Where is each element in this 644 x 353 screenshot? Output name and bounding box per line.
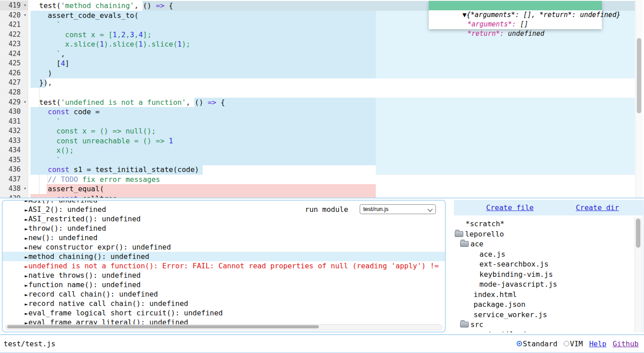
file-tree[interactable]: *scratch*leporelloaceace.jsext-searchbox… (454, 215, 644, 332)
file-tree-file[interactable]: package.json (474, 300, 526, 310)
expand-triangle-icon[interactable]: ► (25, 235, 28, 241)
file-tree-file[interactable]: ext-searchbox.js (479, 259, 548, 269)
code-line[interactable]: ` (30, 20, 61, 30)
fold-arrow-icon[interactable]: ▾ (23, 2, 26, 8)
code-line[interactable]: x(); (30, 146, 74, 155)
expand-triangle-icon[interactable]: ► (25, 273, 28, 279)
test-result-row[interactable]: ►function name(): undefined (3, 280, 445, 289)
gutter-line-number[interactable]: 427 (0, 78, 28, 87)
test-results-list[interactable]: ►ASI(): undefined►ASI_2(): undefined►ASI… (3, 201, 445, 325)
github-link[interactable]: Github (613, 340, 639, 348)
gutter-line-number[interactable]: 421 (0, 20, 28, 30)
code-line[interactable]: assert_code_evals_to( (30, 11, 139, 21)
gutter-line-number[interactable]: 422 (0, 30, 28, 39)
code-line[interactable]: const unreachable = () => 1 (30, 136, 173, 146)
code-line[interactable]: test('method chaining', () => { (30, 1, 173, 11)
code-line[interactable]: const x = () => null(); (30, 126, 156, 136)
code-line[interactable]: `, (30, 49, 65, 59)
output-scrollbar-thumb[interactable] (7, 325, 319, 328)
expand-triangle-icon[interactable]: ► (25, 201, 28, 204)
tooltip-header[interactable]: ▼{*arguments*: [], *return*: undefined} (429, 1, 602, 10)
test-result-row[interactable]: ►throw(): undefined (3, 224, 445, 233)
gutter-line-number[interactable]: 425 (0, 59, 28, 68)
fold-arrow-icon[interactable]: ▾ (23, 185, 26, 191)
expand-triangle-icon[interactable]: ► (25, 282, 28, 288)
expand-triangle-icon[interactable]: ► (25, 216, 28, 223)
code-line[interactable]: [4] (30, 59, 70, 69)
test-result-row[interactable]: ►eval_frame logical short circuit(): und… (3, 308, 445, 318)
gutter-line-number[interactable]: 433 (0, 136, 28, 146)
code-editor[interactable]: 419▾420▾421422423424425426427428429▾4304… (0, 0, 644, 198)
test-result-row[interactable]: ►new(): undefined (3, 233, 445, 242)
gutter-line-number[interactable]: 428 (0, 88, 28, 97)
run-module-select[interactable]: test/run.js (360, 204, 436, 214)
gutter-line-number[interactable]: 423 (0, 39, 28, 49)
expand-triangle-icon[interactable]: ► (25, 254, 28, 260)
fold-arrow-icon[interactable]: ▾ (23, 99, 26, 105)
code-line[interactable]: ` (30, 155, 61, 165)
expand-triangle-icon[interactable]: ► (25, 263, 28, 270)
collapse-triangle-icon[interactable]: ▼ (462, 11, 466, 19)
expand-triangle-icon[interactable]: ► (25, 292, 28, 298)
help-link[interactable]: Help (589, 340, 607, 348)
code-line[interactable]: ) (30, 69, 52, 78)
test-result-row[interactable]: ►ASI_restrited(): undefined (3, 214, 445, 224)
file-tree-file[interactable]: ast_utils.js (479, 330, 531, 332)
gutter-line-number[interactable]: 426 (0, 69, 28, 78)
create-dir-link[interactable]: Create dir (576, 203, 619, 212)
expand-triangle-icon[interactable]: ► (25, 226, 28, 232)
gutter-line-number[interactable]: 431 (0, 117, 28, 126)
file-tree-file[interactable]: *scratch* (466, 219, 505, 229)
expand-triangle-icon[interactable]: ► (25, 207, 28, 213)
file-tree-folder[interactable]: leporello (455, 229, 504, 239)
test-result-row[interactable]: ►method chaining(): undefined (3, 252, 445, 261)
radio-unselected-icon[interactable] (564, 341, 569, 346)
expand-triangle-icon[interactable]: ► (25, 245, 28, 251)
gutter-line-number[interactable]: 429▾ (0, 98, 28, 107)
test-result-row[interactable]: ►record native call chain(): undefined (3, 299, 445, 308)
code-line[interactable]: // TODO fix error messages (30, 175, 160, 185)
gutter-line-number[interactable]: 435 (0, 155, 28, 165)
test-result-row[interactable]: ►new constructor expr(): undefined (3, 242, 445, 252)
gutter-line-number[interactable]: 439 (0, 194, 28, 198)
keybinding-vim-option[interactable]: VIM (564, 340, 583, 348)
file-tree-scrollbar-thumb[interactable] (636, 219, 640, 248)
keybinding-standard-option[interactable]: Standard (517, 340, 557, 348)
file-tree-file[interactable]: mode-javascript.js (479, 280, 557, 289)
code-line[interactable]: ` (30, 117, 61, 127)
editor-vertical-scrollbar[interactable] (635, 0, 643, 198)
test-result-row[interactable]: ►native throws(): undefined (3, 271, 445, 280)
editor-scrollbar-thumb[interactable] (637, 38, 641, 113)
test-result-row[interactable]: ►record call chain(): undefined (3, 289, 445, 299)
file-tree-file[interactable]: ace.js (479, 250, 505, 259)
gutter-line-number[interactable]: 434 (0, 146, 28, 155)
gutter-line-number[interactable]: 424 (0, 49, 28, 59)
file-tree-file[interactable]: keybinding-vim.js (479, 270, 553, 280)
code-line[interactable]: }), (30, 78, 52, 88)
gutter-line-number[interactable]: 438▾ (0, 184, 28, 194)
file-tree-vertical-scrollbar[interactable] (635, 217, 642, 332)
file-tree-folder[interactable]: ace (460, 239, 483, 249)
expand-triangle-icon[interactable]: ► (25, 301, 28, 307)
editor-gutter[interactable]: 419▾420▾421422423424425426427428429▾4304… (0, 0, 28, 198)
radio-selected-icon[interactable] (517, 341, 522, 346)
code-line[interactable]: assert_equal( (30, 184, 104, 194)
code-line[interactable]: const s1 = test_initial_state(code) (30, 165, 199, 175)
gutter-line-number[interactable]: 437 (0, 175, 28, 184)
gutter-line-number[interactable]: 430 (0, 107, 28, 116)
file-tree-file[interactable]: service_worker.js (474, 310, 547, 320)
code-line[interactable]: x.slice(1).slice(1).slice(1); (30, 39, 190, 49)
code-line[interactable]: const calltree = ... (30, 194, 143, 198)
code-line[interactable]: const x = [1,2,3,4]; (30, 30, 152, 40)
code-line[interactable]: const code = (30, 107, 100, 117)
file-tree-file[interactable]: index.html (474, 290, 517, 300)
test-result-row[interactable]: ►undefined is not a function(): Error: F… (3, 261, 445, 271)
gutter-line-number[interactable]: 432 (0, 126, 28, 136)
code-line[interactable]: test('undefined is not a function', () =… (30, 98, 225, 108)
fold-arrow-icon[interactable]: ▾ (23, 12, 26, 18)
gutter-line-number[interactable]: 419▾ (0, 1, 28, 10)
file-tree-folder[interactable]: src (460, 320, 483, 330)
expand-triangle-icon[interactable]: ► (25, 310, 28, 317)
output-horizontal-scrollbar[interactable] (5, 324, 442, 330)
create-file-link[interactable]: Create file (486, 203, 534, 212)
